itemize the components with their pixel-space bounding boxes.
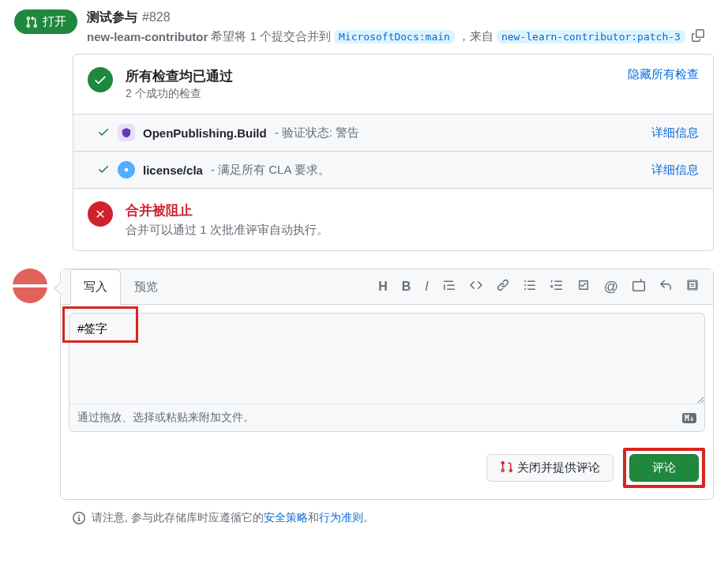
merge-blocked-section: 合并被阻止 合并可以通过 1 次批准评审自动执行。: [73, 188, 713, 250]
merge-blocked-subtitle: 合并可以通过 1 次批准评审自动执行。: [126, 223, 328, 238]
check-row: OpenPublishing.Build - 验证状态: 警告 详细信息: [73, 114, 713, 151]
unordered-list-icon[interactable]: [523, 279, 536, 295]
checks-title: 所有检查均已通过: [126, 67, 615, 85]
check-app-icon: [118, 124, 135, 141]
check-status: - 满足所有 CLA 要求。: [211, 163, 330, 178]
footer-suffix: 。: [363, 511, 374, 524]
checks-panel: 所有检查均已通过 2 个成功的检查 隐藏所有检查 OpenPublishing.…: [73, 54, 714, 251]
wants-merge-text: 希望将 1 个提交合并到: [211, 29, 331, 44]
checks-subtitle: 2 个成功的检查: [126, 87, 615, 101]
pr-author: new-leam-contributor: [87, 30, 208, 43]
check-app-icon: [118, 161, 135, 178]
tab-write[interactable]: 写入: [70, 269, 121, 305]
security-policy-link[interactable]: 安全策略: [264, 511, 308, 524]
check-status: - 验证状态: 警告: [275, 126, 360, 141]
pull-request-icon: [25, 16, 38, 28]
comment-submit-button[interactable]: 评论: [629, 454, 699, 482]
comment-toolbar: 写入 预览 H B I @: [61, 269, 713, 305]
highlight-box: 评论: [623, 448, 705, 488]
expand-icon[interactable]: [686, 279, 699, 295]
head-branch-tag[interactable]: new-learn-contributor:patch-3: [497, 30, 685, 43]
check-success-icon: [97, 126, 110, 141]
info-icon: [73, 512, 85, 524]
pr-header: 打开 测试参与 #828 new-leam-contributor 希望将 1 …: [0, 0, 728, 54]
close-pr-button[interactable]: 关闭并提供评论: [486, 454, 614, 482]
check-detail-link[interactable]: 详细信息: [651, 126, 699, 141]
check-success-icon: [97, 163, 110, 178]
pr-title: 测试参与: [87, 9, 137, 26]
checks-header: 所有检查均已通过 2 个成功的检查 隐藏所有检查: [73, 54, 713, 114]
close-pr-icon: [500, 460, 512, 475]
avatar: [13, 268, 47, 303]
bold-icon[interactable]: B: [402, 280, 411, 294]
success-circle-icon: [88, 67, 113, 92]
mention-icon[interactable]: @: [604, 279, 618, 295]
footer-and: 和: [308, 511, 319, 524]
check-name: license/cla: [143, 163, 203, 177]
base-branch-tag[interactable]: MicrosoftDocs:main: [334, 30, 455, 43]
merge-blocked-title: 合并被阻止: [126, 201, 328, 220]
code-icon[interactable]: [470, 279, 482, 295]
tab-preview[interactable]: 预览: [121, 269, 171, 305]
markdown-badge-icon[interactable]: M↓: [682, 413, 696, 423]
attach-bar[interactable]: 通过拖放、选择或粘贴来附加文件。 M↓: [69, 404, 705, 432]
quote-icon[interactable]: [443, 279, 456, 295]
merge-description: new-leam-contributor 希望将 1 个提交合并到 Micros…: [87, 29, 714, 44]
copy-branch-icon[interactable]: [692, 29, 704, 44]
comment-textarea[interactable]: [69, 313, 705, 404]
check-detail-link[interactable]: 详细信息: [651, 163, 699, 178]
italic-icon[interactable]: I: [425, 280, 428, 294]
status-badge-label: 打开: [43, 14, 66, 29]
from-text: ，来自: [458, 29, 493, 44]
footer-prefix: 请注意, 参与此存储库时应遵循它的: [92, 511, 264, 524]
header-info: 测试参与 #828 new-leam-contributor 希望将 1 个提交…: [87, 9, 714, 44]
svg-point-0: [125, 168, 129, 172]
task-list-icon[interactable]: [577, 279, 590, 295]
comment-form: 写入 预览 H B I @: [60, 268, 714, 500]
pr-number: #828: [142, 10, 171, 24]
check-row: license/cla - 满足所有 CLA 要求。 详细信息: [73, 151, 713, 188]
attach-hint: 通过拖放、选择或粘贴来附加文件。: [77, 411, 254, 425]
heading-icon[interactable]: H: [378, 280, 388, 294]
footer-note: 请注意, 参与此存储库时应遵循它的安全策略和行为准则。: [73, 511, 714, 525]
ordered-list-icon[interactable]: [550, 279, 563, 295]
button-row: 关闭并提供评论 评论: [61, 440, 713, 499]
fail-circle-icon: [88, 201, 113, 227]
reply-icon[interactable]: [659, 279, 672, 295]
hide-checks-link[interactable]: 隐藏所有检查: [628, 67, 699, 82]
check-name: OpenPublishing.Build: [143, 126, 267, 140]
reference-icon[interactable]: [632, 279, 645, 295]
formatting-toolbar: H B I @: [378, 279, 704, 295]
status-badge-open: 打开: [14, 9, 77, 34]
close-pr-label: 关闭并提供评论: [517, 460, 600, 475]
link-icon[interactable]: [497, 279, 509, 295]
code-of-conduct-link[interactable]: 行为准则: [319, 511, 363, 524]
